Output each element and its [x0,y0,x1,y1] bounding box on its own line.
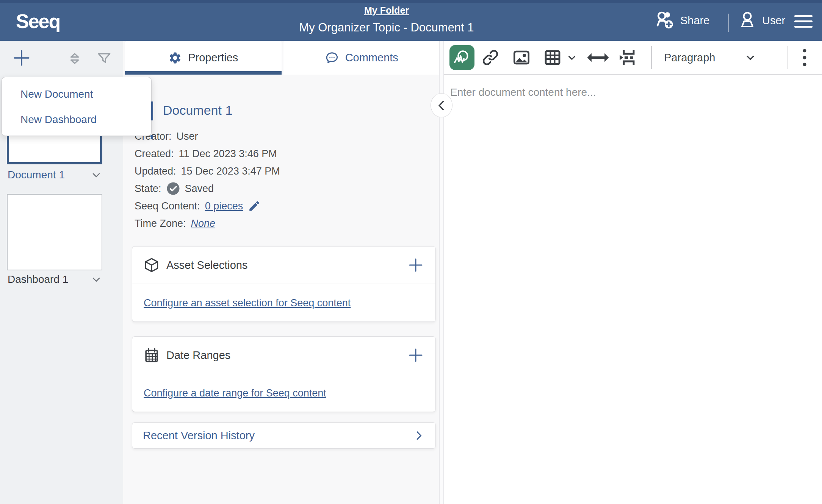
page-break-button[interactable] [618,48,639,67]
menu-item-new-dashboard[interactable]: New Dashboard [2,107,151,132]
comments-icon [325,51,339,65]
sort-icon[interactable] [67,51,83,67]
chevron-down-icon[interactable] [90,169,102,181]
seeq-content-link[interactable]: 0 pieces [205,200,243,212]
configure-asset-selection-link[interactable]: Configure an asset selection for Seeq co… [144,297,351,309]
title-text-cursor [151,135,153,139]
title-text-cursor [151,101,153,120]
insert-image-button[interactable] [512,48,531,67]
configure-date-range-link[interactable]: Configure a date range for Seeq content [144,387,326,399]
property-label: State: [135,183,161,195]
share-label: Share [680,14,709,27]
menu-item-new-document[interactable]: New Document [2,81,151,107]
collapse-panel-button[interactable] [431,93,452,117]
property-value: 15 Dec 2023 3:47 PM [181,165,280,177]
asset-selections-header: Asset Selections [132,247,435,284]
add-date-range-button[interactable] [407,347,424,364]
breadcrumb[interactable]: My Folder [364,5,409,16]
user-label: User [762,14,785,27]
paragraph-style-label: Paragraph [664,51,715,64]
add-asset-selection-button[interactable] [407,257,424,273]
property-value: 11 Dec 2023 3:46 PM [179,148,277,160]
dashboard-1-row: Dashboard 1 [8,272,102,287]
resize-width-button[interactable] [587,52,609,63]
edit-pencil-icon[interactable] [248,200,261,212]
recent-version-history-button[interactable]: Recent Version History [132,422,436,449]
document-properties: Creator: User Created: 11 Dec 2023 3:46 … [135,128,280,232]
header-divider [728,14,729,32]
property-creator: Creator: User [135,128,280,145]
tab-properties[interactable]: Properties [125,41,282,75]
insert-seeq-content-button[interactable] [449,45,474,70]
property-label: Time Zone: [135,218,186,229]
page-title: My Organizer Topic - Document 1 [299,21,474,34]
new-item-menu: New Document New Dashboard [2,77,152,136]
property-state: State: Saved [135,180,280,197]
seeq-logo: Seeq [16,10,60,33]
hamburger-bar [794,15,813,17]
insert-link-button[interactable] [481,48,499,67]
tab-comments-label: Comments [345,51,398,64]
add-item-button[interactable] [13,49,30,67]
toolbar-divider [651,46,652,69]
dashboard-1-label[interactable]: Dashboard 1 [8,273,68,286]
property-label: Created: [135,148,174,160]
filter-icon[interactable] [96,51,112,67]
paragraph-chevron-icon[interactable] [744,51,756,64]
property-time-zone: Time Zone: None [135,215,280,232]
date-ranges-card: Date Ranges Configure a date range for S… [132,336,436,412]
editor-placeholder[interactable]: Enter document content here... [450,86,596,98]
property-label: Updated: [135,165,176,177]
more-options-button[interactable] [802,48,807,67]
saved-check-icon [166,182,180,195]
property-created: Created: 11 Dec 2023 3:46 PM [135,145,280,162]
chevron-down-icon[interactable] [90,273,102,286]
gear-icon [168,51,182,65]
toolbar-divider [788,46,788,69]
date-ranges-header: Date Ranges [132,337,435,374]
user-icon [738,11,756,30]
time-zone-link[interactable]: None [191,218,216,229]
user-menu-button[interactable]: User [738,0,785,41]
dashboard-1-thumbnail[interactable] [7,194,102,270]
share-button[interactable]: Share [655,0,709,41]
table-options-chevron-icon[interactable] [566,52,578,63]
hamburger-menu-button[interactable] [794,15,813,28]
asset-selections-title: Asset Selections [166,259,247,272]
chevron-right-icon [413,429,425,442]
tab-properties-label: Properties [188,51,238,64]
seeq-organizer-app: Seeq My Folder My Organizer Topic - Docu… [0,0,822,504]
insert-table-button[interactable] [543,48,562,67]
property-seeq-content: Seeq Content: 0 pieces [135,197,280,215]
paragraph-style-dropdown[interactable]: Paragraph [664,51,715,64]
header-bar: Seeq My Folder My Organizer Topic - Docu… [0,0,822,41]
asset-selections-card: Asset Selections Configure an asset sele… [132,246,436,322]
cube-icon [144,257,160,273]
calendar-icon [144,347,160,363]
property-value: User [177,131,198,142]
hamburger-bar [794,26,813,28]
property-updated: Updated: 15 Dec 2023 3:47 PM [135,162,280,180]
document-1-row: Document 1 [8,167,102,183]
date-ranges-title: Date Ranges [166,349,230,362]
tab-comments[interactable]: Comments [283,41,440,75]
property-label: Seeq Content: [135,200,200,212]
document-1-label[interactable]: Document 1 [8,169,65,181]
document-title[interactable]: Document 1 [163,103,232,118]
panel-tabs: Properties Comments [123,41,440,75]
editor-toolbar: Paragraph [444,41,822,75]
share-icon [655,11,675,30]
property-value: Saved [185,183,214,195]
document-editor[interactable] [444,41,822,504]
recent-version-history-label: Recent Version History [143,429,255,442]
hamburger-bar [794,20,813,22]
